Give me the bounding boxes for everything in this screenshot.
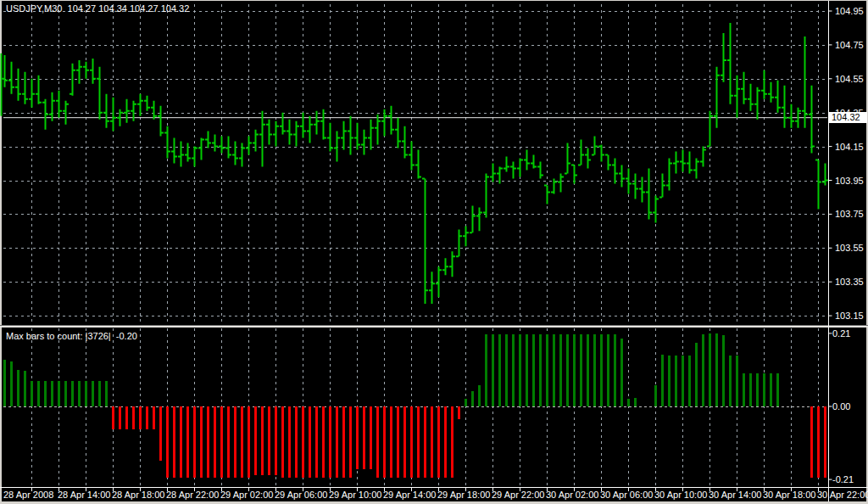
svg-text:29 Apr 10:00: 29 Apr 10:00 <box>329 490 381 500</box>
svg-text:28 Apr 2008: 28 Apr 2008 <box>3 490 53 500</box>
svg-text:103.95: 103.95 <box>835 176 864 186</box>
svg-text:30 Apr 10:00: 30 Apr 10:00 <box>654 490 707 500</box>
svg-text:29 Apr 02:00: 29 Apr 02:00 <box>220 490 273 500</box>
svg-text:29 Apr 14:00: 29 Apr 14:00 <box>383 490 436 500</box>
svg-text:104.15: 104.15 <box>835 142 864 152</box>
svg-text:0.21: 0.21 <box>832 328 850 339</box>
svg-text:103.55: 103.55 <box>835 243 864 253</box>
indicator-label: Max bars to count: |3726| -0.20 <box>6 331 137 341</box>
svg-text:0.00: 0.00 <box>832 401 850 412</box>
svg-text:29 Apr 22:00: 29 Apr 22:00 <box>492 490 544 500</box>
mt4-chart-window: 104.95104.75104.55104.35104.15103.95103.… <box>0 0 868 504</box>
svg-text:103.35: 103.35 <box>835 277 864 287</box>
panel-separator-shadow <box>0 325 868 326</box>
chart-title: USDJPY,M30 104.27 104.34 104.27 104.32 <box>6 3 189 14</box>
svg-text:28 Apr 22:00: 28 Apr 22:00 <box>166 490 219 500</box>
svg-text:30 Apr 22:00: 30 Apr 22:00 <box>817 490 868 500</box>
svg-text:-0.21: -0.21 <box>832 474 854 484</box>
current-price-tag: 104.32 <box>828 112 867 123</box>
svg-text:30 Apr 02:00: 30 Apr 02:00 <box>546 490 598 500</box>
svg-text:29 Apr 06:00: 29 Apr 06:00 <box>275 490 327 500</box>
panel-separator[interactable] <box>0 326 868 328</box>
svg-text:28 Apr 18:00: 28 Apr 18:00 <box>112 490 164 500</box>
svg-text:104.55: 104.55 <box>835 74 864 84</box>
svg-text:30 Apr 06:00: 30 Apr 06:00 <box>600 490 653 500</box>
svg-text:104.75: 104.75 <box>835 40 864 50</box>
svg-text:103.15: 103.15 <box>835 311 864 321</box>
svg-text:103.75: 103.75 <box>835 209 864 219</box>
svg-text:30 Apr 14:00: 30 Apr 14:00 <box>709 490 761 500</box>
svg-text:28 Apr 14:00: 28 Apr 14:00 <box>58 490 110 500</box>
time-axis-labels: 28 Apr 200828 Apr 14:0028 Apr 18:0028 Ap… <box>3 490 868 500</box>
svg-text:29 Apr 18:00: 29 Apr 18:00 <box>437 490 490 500</box>
svg-text:104.95: 104.95 <box>835 6 864 16</box>
svg-text:30 Apr 18:00: 30 Apr 18:00 <box>763 490 815 500</box>
price-chart-canvas[interactable]: 104.95104.75104.55104.35104.15103.95103.… <box>0 0 868 504</box>
